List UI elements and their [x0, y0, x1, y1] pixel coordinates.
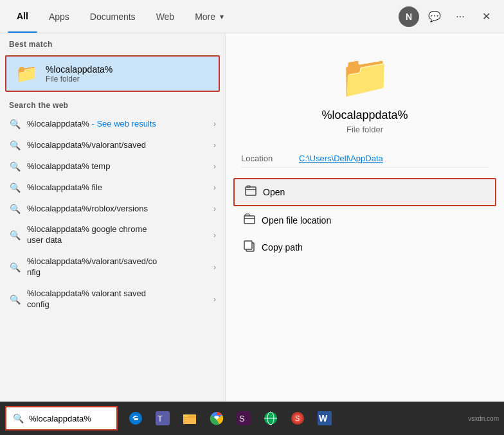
search-item-text-3: %localappdata% temp [27, 161, 207, 172]
copy-path-icon [244, 240, 255, 254]
search-item-1[interactable]: 🔍 %localappdata% - See web results › [0, 114, 225, 135]
search-icon-3: 🔍 [9, 161, 21, 172]
svg-text:W: W [319, 413, 328, 423]
best-match-label: Best match [0, 33, 225, 53]
best-match-text-block: %localappdata% File folder [46, 64, 113, 84]
rp-subtitle: File folder [346, 125, 383, 134]
folder-icon-best-match: 📁 [15, 63, 38, 84]
search-item-text-8: %localappdata% valorant savedconfig [27, 289, 207, 310]
best-match-title: %localappdata% [46, 64, 113, 75]
search-item-text-1: %localappdata% - See web results [27, 119, 207, 130]
open-label: Open [263, 187, 285, 197]
taskbar-search-icon: 🔍 [13, 413, 24, 423]
svg-text:S: S [295, 414, 300, 422]
nav-tab-documents[interactable]: Documents [81, 0, 145, 33]
folder-icon-large: 📁 [339, 53, 391, 101]
taskbar-search-input[interactable] [29, 414, 137, 423]
chevron-right-4: › [213, 183, 216, 192]
open-file-location-icon [244, 213, 255, 227]
chevron-right-3: › [213, 162, 216, 171]
svg-rect-4 [244, 241, 252, 249]
taskbar-shield-icon[interactable]: S [285, 405, 310, 431]
best-match-subtitle: File folder [46, 75, 113, 84]
search-item-6[interactable]: 🔍 %localappdata% google chromeuser data … [0, 219, 225, 251]
chevron-right-1: › [213, 120, 216, 129]
avatar[interactable]: N [399, 6, 419, 27]
chevron-right-8: › [213, 295, 216, 304]
open-file-location-label: Open file location [262, 215, 331, 226]
more-options-icon[interactable]: ··· [450, 6, 471, 27]
copy-path-label: Copy path [262, 242, 303, 253]
nav-tab-all[interactable]: All [8, 0, 37, 33]
rp-location-value[interactable]: C:\Users\Dell\AppData [299, 154, 383, 163]
search-icon-8: 🔍 [9, 294, 21, 305]
chevron-right-2: › [213, 141, 216, 150]
search-icon-1: 🔍 [9, 119, 21, 129]
taskbar: 🔍 T S [0, 402, 504, 435]
rp-detail-section: Location C:\Users\Dell\AppData [226, 150, 504, 168]
close-icon[interactable]: ✕ [476, 6, 496, 27]
search-item-4[interactable]: 🔍 %localappdata% file › [0, 177, 225, 199]
nav-tab-more[interactable]: More [186, 0, 233, 33]
left-panel: Best match 📁 %localappdata% File folder … [0, 33, 225, 402]
copy-path-button[interactable]: Copy path [233, 235, 496, 260]
taskbar-slack-icon[interactable]: S [231, 405, 256, 431]
svg-rect-0 [246, 187, 256, 195]
best-match-item[interactable]: 📁 %localappdata% File folder [5, 55, 220, 92]
chevron-right-5: › [213, 204, 216, 213]
search-icon-6: 🔍 [9, 230, 21, 240]
nav-tab-apps[interactable]: Apps [40, 0, 78, 33]
svg-rect-2 [244, 216, 255, 224]
main-layout: Best match 📁 %localappdata% File folder … [0, 33, 504, 402]
taskbar-teams-icon[interactable]: T [150, 405, 176, 431]
search-item-5[interactable]: 🔍 %localappdata%/roblox/versions › [0, 199, 225, 220]
rp-location-row: Location C:\Users\Dell\AppData [241, 150, 489, 168]
search-item-7[interactable]: 🔍 %localappdata%/valorant/saved/config › [0, 251, 225, 283]
chevron-right-7: › [213, 263, 216, 272]
search-item-text-4: %localappdata% file [27, 182, 207, 193]
search-icon-5: 🔍 [9, 204, 21, 214]
feedback-icon[interactable]: 💬 [424, 6, 445, 27]
svg-text:T: T [158, 414, 163, 423]
search-item-text-2: %localappdata%/valorant/saved [27, 140, 207, 151]
svg-text:S: S [239, 414, 245, 423]
search-item-text-7: %localappdata%/valorant/saved/config [27, 256, 207, 278]
search-item-3[interactable]: 🔍 %localappdata% temp › [0, 156, 225, 177]
chevron-right-6: › [213, 231, 216, 240]
taskbar-explorer-icon[interactable] [177, 405, 203, 431]
search-icon-4: 🔍 [9, 182, 21, 193]
taskbar-earth-icon[interactable] [258, 405, 284, 431]
open-file-location-button[interactable]: Open file location [233, 208, 496, 233]
watermark: vsxdn.com [468, 415, 499, 422]
rp-title: %localappdata% [321, 109, 408, 122]
search-icon-7: 🔍 [9, 262, 21, 272]
search-item-text-5: %localappdata%/roblox/versions [27, 204, 207, 215]
rp-location-label: Location [241, 154, 299, 163]
top-nav: All Apps Documents Web More N 💬 ··· ✕ [0, 0, 504, 33]
open-button[interactable]: Open [233, 178, 496, 206]
taskbar-edge-icon[interactable] [123, 405, 148, 431]
search-item-8[interactable]: 🔍 %localappdata% valorant savedconfig › [0, 283, 225, 315]
search-item-text-6: %localappdata% google chromeuser data [27, 224, 207, 246]
search-icon-2: 🔍 [9, 140, 21, 150]
taskbar-word-icon[interactable]: W [312, 405, 338, 431]
search-web-label: Search the web [0, 94, 225, 114]
taskbar-search-box[interactable]: 🔍 [5, 406, 118, 431]
svg-rect-9 [183, 414, 188, 417]
rp-actions-section: Open Open file location [226, 178, 504, 262]
open-icon [245, 185, 256, 199]
nav-tab-web[interactable]: Web [147, 0, 184, 33]
taskbar-chrome-icon[interactable] [204, 405, 230, 431]
right-panel: 📁 %localappdata% File folder Location C:… [225, 33, 504, 402]
nav-right-section: N 💬 ··· ✕ [399, 6, 496, 27]
search-item-2[interactable]: 🔍 %localappdata%/valorant/saved › [0, 135, 225, 156]
